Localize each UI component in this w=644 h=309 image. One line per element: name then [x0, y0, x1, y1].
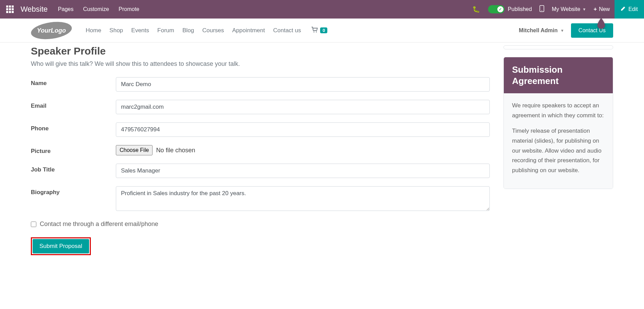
nav-courses[interactable]: Courses	[202, 27, 224, 34]
svg-point-2	[314, 31, 315, 32]
admin-topbar: Website Pages Customize Promote 🐛 ✓ Publ…	[0, 0, 644, 19]
page-title: Speaker Profile	[31, 45, 490, 57]
color-picker-icon[interactable]	[596, 17, 606, 31]
cart-link[interactable]: 0	[311, 27, 327, 34]
pencil-icon	[621, 6, 625, 12]
published-label: Published	[508, 6, 532, 12]
nav-blog[interactable]: Blog	[182, 27, 194, 34]
submit-highlight-box: Submit Proposal	[31, 237, 91, 255]
published-toggle[interactable]: ✓	[488, 5, 505, 13]
menu-pages[interactable]: Pages	[58, 6, 73, 12]
label-job-title: Job Title	[31, 164, 116, 173]
plus-icon: +	[594, 6, 597, 12]
chevron-down-icon: ▼	[560, 28, 564, 33]
mobile-preview-icon[interactable]	[539, 5, 544, 13]
site-logo[interactable]: YourLogo	[31, 22, 72, 39]
page-subtitle: Who will give this talk? We will show th…	[31, 60, 490, 68]
bug-icon[interactable]: 🐛	[472, 5, 480, 13]
nav-home[interactable]: Home	[86, 27, 101, 34]
svg-point-3	[316, 31, 317, 32]
card-header: Submission Agreement	[504, 57, 613, 93]
menu-promote[interactable]: Promote	[119, 6, 139, 12]
sidebar-previous-card-bottom	[503, 45, 613, 49]
email-field[interactable]	[116, 100, 490, 114]
nav-contact[interactable]: Contact us	[273, 27, 301, 34]
nav-forum[interactable]: Forum	[157, 27, 174, 34]
biography-field[interactable]	[116, 186, 490, 211]
file-status-text: No file chosen	[156, 147, 195, 154]
name-field[interactable]	[116, 77, 490, 92]
nav-events[interactable]: Events	[131, 27, 149, 34]
contact-us-button[interactable]: Contact Us	[571, 23, 613, 38]
choose-file-button[interactable]: Choose File	[116, 145, 153, 155]
my-website-dropdown[interactable]: My Website▼	[552, 6, 586, 12]
top-menu: Pages Customize Promote	[58, 6, 139, 12]
agreement-intro: We require speakers to accept an agreeme…	[512, 101, 605, 121]
cart-icon	[311, 27, 318, 34]
check-icon: ✓	[497, 6, 503, 12]
cart-count-badge: 0	[320, 27, 327, 33]
nav-shop[interactable]: Shop	[109, 27, 123, 34]
label-phone: Phone	[31, 122, 116, 132]
new-button[interactable]: + New	[594, 6, 610, 12]
label-picture: Picture	[31, 145, 116, 155]
user-menu[interactable]: Mitchell Admin ▼	[519, 27, 564, 34]
job-title-field[interactable]	[116, 164, 490, 178]
apps-grid-icon[interactable]	[6, 5, 14, 13]
phone-field[interactable]	[116, 122, 490, 137]
nav-appointment[interactable]: Appointment	[232, 27, 265, 34]
edit-button[interactable]: Edit	[615, 0, 644, 19]
submission-agreement-card: Submission Agreement We require speakers…	[503, 57, 613, 189]
site-nav: Home Shop Events Forum Blog Courses Appo…	[86, 27, 301, 34]
alt-contact-checkbox[interactable]	[31, 222, 36, 227]
agreement-detail: Timely release of presentation material …	[512, 126, 605, 176]
app-title: Website	[21, 5, 48, 14]
main-content: Speaker Profile Who will give this talk?…	[31, 45, 490, 255]
svg-point-1	[542, 10, 542, 11]
label-name: Name	[31, 77, 116, 87]
menu-customize[interactable]: Customize	[83, 6, 109, 12]
label-email: Email	[31, 100, 116, 109]
label-biography: Biography	[31, 186, 116, 196]
submit-proposal-button[interactable]: Submit Proposal	[33, 239, 89, 253]
sidebar: Submission Agreement We require speakers…	[503, 45, 613, 255]
chevron-down-icon: ▼	[582, 7, 586, 11]
site-header: YourLogo Home Shop Events Forum Blog Cou…	[0, 19, 644, 43]
alt-contact-label: Contact me through a different email/pho…	[40, 221, 158, 228]
